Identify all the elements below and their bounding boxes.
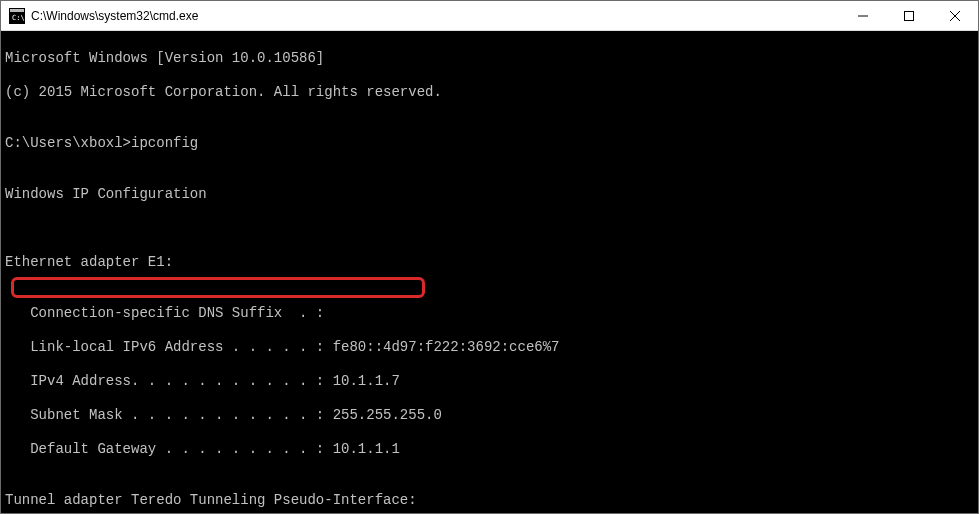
output-line: Ethernet adapter E1: <box>5 254 974 271</box>
cmd-icon: C:\ <box>9 8 25 24</box>
output-line: (c) 2015 Microsoft Corporation. All righ… <box>5 84 974 101</box>
svg-rect-4 <box>905 11 914 20</box>
output-line: Subnet Mask . . . . . . . . . . . : 255.… <box>5 407 974 424</box>
highlight-annotation <box>11 277 425 298</box>
output-line: IPv4 Address. . . . . . . . . . . : 10.1… <box>5 373 974 390</box>
window-title: C:\Windows\system32\cmd.exe <box>31 9 840 23</box>
output-line: C:\Users\xboxl>ipconfig <box>5 135 974 152</box>
svg-rect-1 <box>10 9 24 12</box>
output-line: Default Gateway . . . . . . . . . : 10.1… <box>5 441 974 458</box>
output-line: Connection-specific DNS Suffix . : <box>5 305 974 322</box>
terminal-output[interactable]: Microsoft Windows [Version 10.0.10586] (… <box>1 31 978 513</box>
maximize-button[interactable] <box>886 1 932 30</box>
titlebar[interactable]: C:\ C:\Windows\system32\cmd.exe <box>1 1 978 31</box>
close-button[interactable] <box>932 1 978 30</box>
output-line: Microsoft Windows [Version 10.0.10586] <box>5 50 974 67</box>
cmd-window: C:\ C:\Windows\system32\cmd.exe Microsof… <box>0 0 979 514</box>
window-controls <box>840 1 978 30</box>
output-line: Tunnel adapter Teredo Tunneling Pseudo-I… <box>5 492 974 509</box>
output-line: Link-local IPv6 Address . . . . . : fe80… <box>5 339 974 356</box>
minimize-button[interactable] <box>840 1 886 30</box>
svg-text:C:\: C:\ <box>12 14 25 22</box>
output-line: Windows IP Configuration <box>5 186 974 203</box>
